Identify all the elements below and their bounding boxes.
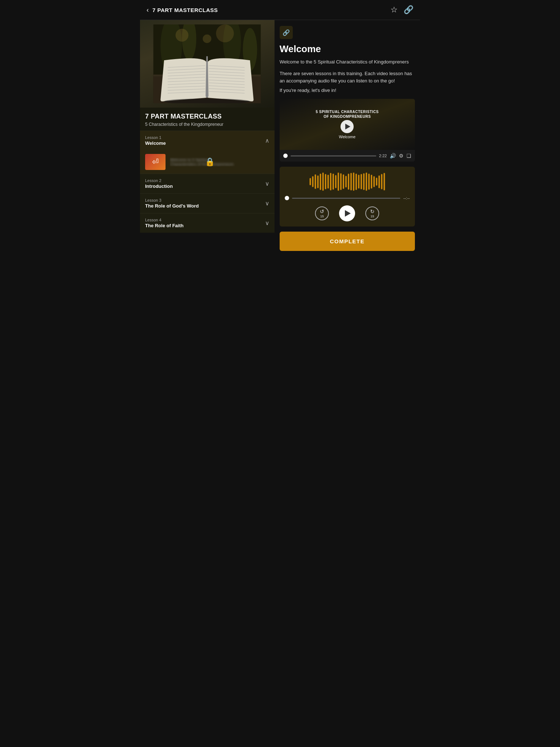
waveform-bar <box>345 176 347 187</box>
waveform-bar <box>343 174 344 189</box>
back-button[interactable]: ‹ <box>147 6 149 14</box>
waveform-bar <box>361 174 362 189</box>
welcome-desc-2: There are seven lessons in this training… <box>280 70 415 85</box>
video-course-name-line1: 5 SPIRITUAL CHARACTERISTICS <box>316 110 379 114</box>
waveform-bar <box>325 174 326 189</box>
audio-controls: ↺ 15 ↻ 15 <box>285 205 410 221</box>
lesson-4-info: Lesson 4 The Role of Faith <box>145 218 183 228</box>
lesson-4-label: Lesson 4 <box>145 218 183 222</box>
lesson-3-label: Lesson 3 <box>145 198 199 202</box>
audio-scrubber[interactable] <box>285 196 289 200</box>
course-info: 7 PART MASTERCLASS 5 Characteristics of … <box>140 108 275 131</box>
lesson-item-3: Lesson 3 The Role of God's Word ∨ <box>140 193 275 213</box>
waveform-bar <box>355 174 357 190</box>
waveform-bar <box>363 173 365 190</box>
video-course-name-line2: OF KINGDOMPRENEURS <box>316 115 379 119</box>
waveform-bar <box>350 173 352 190</box>
video-play-triangle <box>345 124 350 129</box>
link-icon[interactable]: 🔗 <box>404 5 413 15</box>
lesson-list: Lesson 1 Welcome ∧ ⏎ Welcome to 5 Spirit… <box>140 131 275 233</box>
waveform-bar <box>340 173 342 190</box>
locked-thumbnail: ⏎ <box>145 154 166 170</box>
waveform-bar <box>312 176 314 187</box>
lesson-item-1: Lesson 1 Welcome ∧ ⏎ Welcome to 5 Spirit… <box>140 131 275 174</box>
lesson-4-chevron: ∨ <box>265 220 269 227</box>
audio-play-button[interactable] <box>339 205 355 221</box>
waveform-bar <box>348 174 349 190</box>
bookmark-icon[interactable]: ☆ <box>390 5 398 15</box>
waveform-bar <box>368 174 370 190</box>
waveform-bar <box>376 178 377 186</box>
waveform-bar <box>378 175 380 188</box>
lesson-3-header[interactable]: Lesson 3 The Role of God's Word ∨ <box>140 194 275 213</box>
svg-point-6 <box>216 24 234 42</box>
bible-illustration <box>147 24 268 103</box>
svg-point-7 <box>203 34 212 43</box>
locked-content: ⏎ Welcome to 5 Spiritual Characteristics… <box>140 150 275 174</box>
waveform-bar <box>358 175 359 189</box>
link-icon-symbol: 🔗 <box>283 29 290 36</box>
waveform-bar <box>338 173 339 191</box>
course-subtitle: 5 Characteristics of the Kingdompreneur <box>145 122 269 127</box>
lesson-3-name: The Role of God's Word <box>145 203 199 209</box>
volume-icon[interactable]: 🔊 <box>390 153 396 159</box>
lesson-item-2: Lesson 2 Introduction ∨ <box>140 174 275 193</box>
waveform-bar <box>322 173 324 191</box>
header: ‹ 7 PART MASTERCLASS ☆ 🔗 <box>140 0 420 20</box>
video-play-button[interactable] <box>341 120 354 133</box>
video-label: Welcome <box>316 135 379 139</box>
welcome-desc-1: Welcome to the 5 Spiritual Characteristi… <box>280 58 415 66</box>
waveform-bar <box>332 174 334 190</box>
complete-button[interactable]: COMPLETE <box>280 232 415 251</box>
locked-text-blur: Welcome to 5 Spiritual Characteristics o… <box>170 158 269 166</box>
waveform-bar <box>335 175 337 188</box>
right-column: 🔗 Welcome Welcome to the 5 Spiritual Cha… <box>275 20 420 257</box>
video-time: 2:22 <box>379 154 387 158</box>
lesson-2-label: Lesson 2 <box>145 178 173 183</box>
hero-image <box>140 20 275 108</box>
waveform-bar <box>320 174 321 190</box>
waveform-bar <box>381 174 382 189</box>
rewind-button[interactable]: ↺ 15 <box>315 206 329 220</box>
lock-icon: 🔒 <box>205 158 215 166</box>
content-link-icon[interactable]: 🔗 <box>280 26 293 39</box>
lesson-4-header[interactable]: Lesson 4 The Role of Faith ∨ <box>140 213 275 233</box>
settings-icon[interactable]: ⚙ <box>399 153 404 159</box>
video-screen: 5 SPIRITUAL CHARACTERISTICS OF KINGDOMPR… <box>280 99 415 150</box>
waveform-bar <box>371 175 372 189</box>
waveform-bar <box>315 174 316 189</box>
audio-progress-row: --:-- <box>285 196 410 200</box>
waveform-bar <box>327 175 329 189</box>
forward-button[interactable]: ↻ 15 <box>365 206 379 220</box>
video-scrubber[interactable] <box>283 154 288 158</box>
video-progress-bar[interactable] <box>291 155 376 156</box>
header-left: ‹ 7 PART MASTERCLASS <box>147 6 218 14</box>
lesson-2-info: Lesson 2 Introduction <box>145 178 173 189</box>
audio-progress-bar[interactable] <box>292 198 401 199</box>
audio-player: --:-- ↺ 15 ↻ 15 <box>280 167 415 227</box>
lesson-3-chevron: ∨ <box>265 200 269 207</box>
waveform-bar <box>384 173 385 190</box>
video-controls: 2:22 🔊 ⚙ ❏ <box>280 150 415 162</box>
lesson-2-header[interactable]: Lesson 2 Introduction ∨ <box>140 174 275 193</box>
header-title: 7 PART MASTERCLASS <box>152 7 218 13</box>
lesson-2-name: Introduction <box>145 183 173 189</box>
waveform-bar <box>330 173 331 190</box>
video-player: 5 SPIRITUAL CHARACTERISTICS OF KINGDOMPR… <box>280 99 415 162</box>
lesson-item-4: Lesson 4 The Role of Faith ∨ <box>140 213 275 233</box>
audio-play-triangle <box>345 210 351 217</box>
svg-point-5 <box>176 29 188 42</box>
left-column: 7 PART MASTERCLASS 5 Characteristics of … <box>140 20 275 257</box>
waveform-bar <box>353 173 354 191</box>
fullscreen-icon[interactable]: ❏ <box>407 153 411 159</box>
lesson-1-name: Welcome <box>145 140 166 146</box>
lesson-1-chevron: ∧ <box>265 137 269 144</box>
header-icons: ☆ 🔗 <box>390 5 413 15</box>
audio-time-remaining: --:-- <box>403 196 410 200</box>
welcome-cta: If you're ready, let's dive in! <box>280 88 415 93</box>
lesson-1-label: Lesson 1 <box>145 135 166 140</box>
lesson-1-header[interactable]: Lesson 1 Welcome ∧ <box>140 131 275 150</box>
lesson-4-name: The Role of Faith <box>145 223 183 228</box>
locked-text-block: Welcome to 5 Spiritual Characteristics o… <box>170 158 269 166</box>
course-title: 7 PART MASTERCLASS <box>145 113 269 120</box>
